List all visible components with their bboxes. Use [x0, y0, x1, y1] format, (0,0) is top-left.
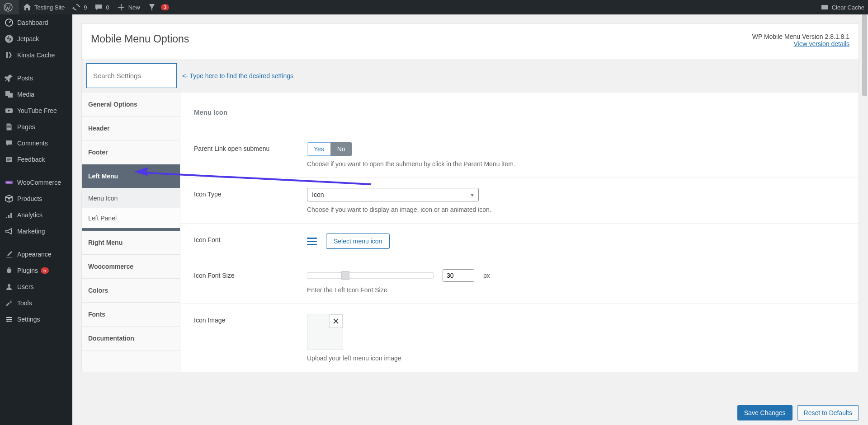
icon-font-size-input[interactable]: [443, 269, 474, 282]
plugins-icon: [5, 266, 14, 275]
scrollbar-thumb[interactable]: [862, 14, 867, 96]
tab-documentation[interactable]: Documentation: [82, 327, 180, 350]
parent-link-toggle: Yes No: [307, 142, 352, 156]
search-settings-input[interactable]: [86, 63, 177, 88]
tab-fonts[interactable]: Fonts: [82, 303, 180, 327]
icon-font-label: Icon Font: [194, 234, 307, 243]
pages-icon: [5, 122, 14, 131]
field-icon-image: Icon Image Upload your left menu icon im…: [180, 304, 859, 372]
select-menu-icon-button[interactable]: Select menu icon: [326, 234, 390, 249]
sidebar-item-analytics[interactable]: Analytics: [0, 207, 72, 223]
users-icon: [5, 282, 14, 291]
slider-thumb[interactable]: [341, 271, 349, 280]
svg-point-8: [8, 284, 10, 287]
tab-left-panel-sub[interactable]: Left Panel: [82, 208, 180, 228]
media-icon: [5, 90, 14, 99]
admin-sidebar: Dashboard Jetpack Kinsta Cache Posts Med…: [0, 14, 72, 372]
tab-nav: General Options Header Footer Left Menu …: [82, 93, 180, 372]
updates-count: 9: [84, 4, 87, 11]
field-icon-font: Icon Font Select menu icon: [180, 224, 859, 259]
sidebar-item-products[interactable]: Products: [0, 191, 72, 207]
svg-point-10: [10, 319, 12, 320]
parent-link-label: Parent Link open submenu: [194, 142, 307, 152]
settings-icon: [5, 315, 14, 324]
icon-image-label: Icon Image: [194, 314, 307, 324]
icon-font-size-slider[interactable]: [307, 272, 434, 279]
comments-count: 0: [106, 4, 109, 11]
icon-font-size-desc: Enter the Left Icon Font Size: [307, 286, 845, 294]
woo-icon: woo: [5, 178, 14, 187]
sidebar-item-kinsta-cache[interactable]: Kinsta Cache: [0, 47, 72, 63]
version-text: WP Mobile Menu Version 2.8.1.8.1: [752, 33, 849, 40]
icon-image-upload[interactable]: [307, 314, 343, 350]
svg-point-3: [5, 35, 13, 43]
svg-rect-1: [821, 5, 828, 9]
marketing-icon: [5, 227, 14, 236]
svg-point-11: [7, 321, 9, 322]
feedback-icon: [5, 155, 14, 164]
site-name-link[interactable]: Testing Site: [19, 0, 68, 14]
remove-image-button[interactable]: [329, 314, 343, 328]
yoast-icon: [147, 3, 156, 12]
tab-footer[interactable]: Footer: [82, 140, 180, 164]
dashboard-icon: [5, 18, 14, 27]
search-hint-text: <- Type here to find the desired setting…: [182, 72, 293, 79]
svg-point-9: [8, 317, 9, 318]
new-content-link[interactable]: New: [113, 0, 144, 14]
updates-icon: [72, 3, 81, 12]
tab-menu-icon-sub[interactable]: Menu Icon: [82, 188, 180, 208]
menu-bars-icon: [307, 238, 317, 245]
version-details-link[interactable]: View version details: [794, 40, 849, 47]
px-unit: px: [483, 272, 490, 279]
sidebar-item-jetpack[interactable]: Jetpack: [0, 31, 72, 47]
yoast-link[interactable]: 3: [144, 0, 173, 14]
sidebar-item-marketing[interactable]: Marketing: [0, 223, 72, 239]
sidebar-item-appearance[interactable]: Appearance: [0, 246, 72, 262]
icon-type-label: Icon Type: [194, 188, 307, 198]
products-icon: [5, 194, 14, 203]
sidebar-item-comments[interactable]: Comments: [0, 135, 72, 151]
sidebar-item-youtube-free[interactable]: YouTube Free: [0, 103, 72, 119]
sidebar-item-posts[interactable]: Posts: [0, 70, 72, 86]
sidebar-item-feedback[interactable]: Feedback: [0, 151, 72, 168]
tab-woocommerce[interactable]: Woocommerce: [82, 255, 180, 279]
page-title: Mobile Menu Options: [91, 33, 189, 45]
tab-layout: General Options Header Footer Left Menu …: [82, 93, 859, 372]
sidebar-item-tools[interactable]: Tools: [0, 295, 72, 311]
search-row: <- Type here to find the desired setting…: [82, 59, 859, 93]
new-label: New: [128, 4, 140, 11]
kinsta-icon: [5, 51, 14, 60]
sidebar-item-settings[interactable]: Settings: [0, 311, 72, 327]
tab-colors[interactable]: Colors: [82, 279, 180, 303]
yoast-badge: 3: [161, 4, 169, 10]
sidebar-item-pages[interactable]: Pages: [0, 119, 72, 135]
sidebar-item-plugins[interactable]: Plugins5: [0, 262, 72, 279]
site-name-text: Testing Site: [34, 4, 65, 11]
sidebar-item-woocommerce[interactable]: wooWooCommerce: [0, 174, 72, 191]
clear-cache-link[interactable]: Clear Cache: [816, 0, 868, 14]
tab-left-menu[interactable]: Left Menu: [82, 164, 180, 188]
field-icon-font-size: Icon Font Size px Enter the Left Icon Fo…: [180, 259, 859, 304]
sidebar-item-users[interactable]: Users: [0, 279, 72, 295]
sidebar-item-dashboard[interactable]: Dashboard: [0, 14, 72, 31]
comments-icon: [5, 139, 14, 148]
parent-link-yes-button[interactable]: Yes: [307, 142, 331, 156]
icon-font-size-label: Icon Font Size: [194, 269, 307, 279]
tab-header[interactable]: Header: [82, 117, 180, 140]
updates-link[interactable]: 9: [68, 0, 90, 14]
tools-icon: [5, 299, 14, 308]
page-scrollbar[interactable]: [861, 14, 868, 372]
icon-type-select[interactable]: Icon: [307, 188, 479, 201]
icon-image-desc: Upload your left menu icon image: [307, 355, 845, 362]
admin-bar: Testing Site 9 0 New 3 Clear Cache: [0, 0, 868, 14]
sidebar-item-media[interactable]: Media: [0, 86, 72, 103]
section-title: Menu Icon: [180, 93, 859, 132]
wp-logo[interactable]: [0, 0, 19, 14]
tab-general-options[interactable]: General Options: [82, 93, 180, 117]
parent-link-no-button[interactable]: No: [330, 142, 352, 156]
comment-icon: [94, 3, 103, 12]
tab-right-menu[interactable]: Right Menu: [82, 231, 180, 255]
plus-icon: [117, 3, 126, 12]
comments-link[interactable]: 0: [90, 0, 113, 14]
panel-header: Mobile Menu Options WP Mobile Menu Versi…: [82, 24, 859, 59]
